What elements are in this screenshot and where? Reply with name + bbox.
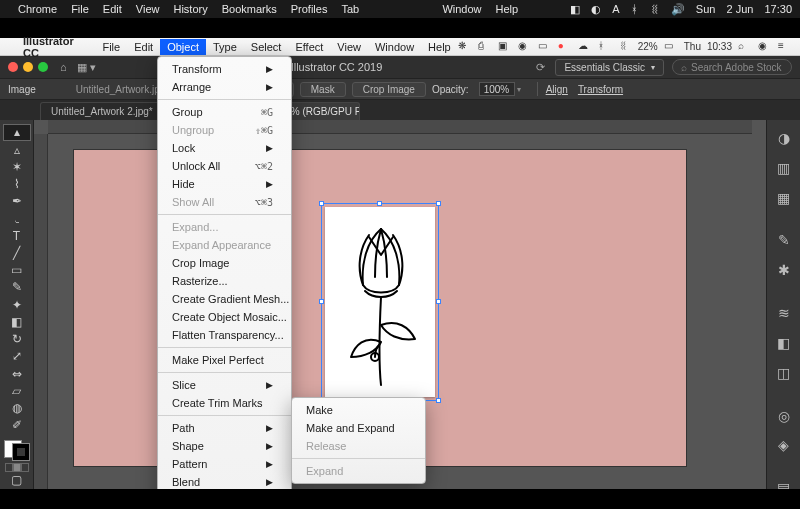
ruler-horizontal[interactable] (48, 120, 752, 134)
scale-tool[interactable]: ⤢ (3, 348, 31, 364)
mask-button[interactable]: Mask (300, 82, 346, 97)
transparency-panel-icon[interactable]: ◫ (771, 361, 797, 385)
align-panel-link[interactable]: Align (546, 84, 568, 95)
menubar-item[interactable]: Bookmarks (222, 3, 277, 15)
transform-panel-link[interactable]: Transform (578, 84, 623, 95)
menubar-item[interactable]: Edit (103, 3, 122, 15)
camera-icon[interactable]: ◉ (518, 40, 532, 54)
menubar-item[interactable]: File (71, 3, 89, 15)
menu-item[interactable]: Make and Expand (292, 419, 425, 437)
tv-icon[interactable]: ▭ (538, 40, 552, 54)
color-panel-icon[interactable]: ▥ (771, 156, 797, 180)
eraser-tool[interactable]: ◧ (3, 314, 31, 330)
menu-item[interactable]: Create Object Mosaic... (158, 308, 291, 326)
menu-file[interactable]: File (95, 39, 127, 55)
graphic-styles-panel-icon[interactable]: ◈ (771, 433, 797, 457)
home-icon[interactable]: ⌂ (60, 61, 67, 73)
menubar-item[interactable]: Chrome (18, 3, 57, 15)
pen-tool[interactable]: ✒ (3, 193, 31, 209)
menu-item[interactable]: Shape▶ (158, 437, 291, 455)
menu-select[interactable]: Select (244, 39, 289, 55)
menu-item[interactable]: Make (292, 401, 425, 419)
menubar-item[interactable]: Help (496, 3, 519, 15)
zoom-icon[interactable] (38, 62, 48, 72)
menu-window[interactable]: Window (368, 39, 421, 55)
chevron-down-icon[interactable]: ▾ (517, 85, 521, 94)
stroke-color[interactable] (12, 443, 30, 461)
menu-edit[interactable]: Edit (127, 39, 160, 55)
menu-illustrator[interactable]: Illustrator CC (16, 33, 95, 61)
swatches-panel-icon[interactable]: ▦ (771, 186, 797, 210)
cloud-icon[interactable]: ☁ (578, 40, 592, 54)
menubar-item[interactable]: History (173, 3, 207, 15)
menu-view[interactable]: View (330, 39, 368, 55)
gradient-panel-icon[interactable]: ◧ (771, 331, 797, 355)
workspace-switcher[interactable]: Essentials Classic▾ (555, 59, 664, 76)
selection-tool[interactable]: ▴ (3, 124, 31, 141)
menu-item[interactable]: Lock▶ (158, 139, 291, 157)
paintbrush-tool[interactable]: ✎ (3, 279, 31, 295)
line-tool[interactable]: ╱ (3, 245, 31, 261)
curvature-tool[interactable]: ⦦ (3, 210, 31, 226)
eyedropper-tool[interactable]: ✐ (3, 417, 31, 433)
menubar-item[interactable]: Window (442, 3, 481, 15)
menu-effect[interactable]: Effect (288, 39, 330, 55)
screen-mode[interactable]: ▢ (3, 472, 31, 488)
fill-stroke-swatch[interactable] (4, 440, 30, 461)
ruler-vertical[interactable] (34, 134, 48, 492)
opacity-input[interactable]: 100% (479, 82, 515, 96)
rec-icon[interactable]: ● (558, 40, 572, 54)
color-mode-mini[interactable] (5, 463, 29, 471)
search-input[interactable]: ⌕ Search Adobe Stock (672, 59, 792, 75)
menu-help[interactable]: Help (421, 39, 458, 55)
wifi-icon[interactable]: ⧛ (618, 40, 632, 54)
sync-icon[interactable]: ⟳ (536, 61, 545, 74)
rotate-tool[interactable]: ↻ (3, 331, 31, 347)
direct-selection-tool[interactable]: ▵ (3, 142, 31, 158)
menu-type[interactable]: Type (206, 39, 244, 55)
close-icon[interactable] (8, 62, 18, 72)
menu-item[interactable]: Slice▶ (158, 376, 291, 394)
menubar-item[interactable]: Profiles (291, 3, 328, 15)
crop-image-button[interactable]: Crop Image (352, 82, 426, 97)
menu-item[interactable]: Transform▶ (158, 60, 291, 78)
selection-bounding-box[interactable] (321, 203, 439, 401)
symbols-panel-icon[interactable]: ✱ (771, 258, 797, 282)
window-controls[interactable] (8, 62, 48, 72)
rectangle-tool[interactable]: ▭ (3, 262, 31, 278)
menu-item[interactable]: Create Trim Marks (158, 394, 291, 412)
bluetooth-icon[interactable]: ᚼ (598, 40, 612, 54)
linked-file-label[interactable]: Untitled_Artwork.jpg (76, 84, 165, 95)
display-icon[interactable]: ▣ (498, 40, 512, 54)
user-icon[interactable]: ◉ (758, 40, 772, 54)
menu-item[interactable]: Path▶ (158, 419, 291, 437)
menu-item[interactable]: Pattern▶ (158, 455, 291, 473)
printer-icon[interactable]: ⎙ (478, 40, 492, 54)
menu-item[interactable]: Flatten Transparency... (158, 326, 291, 344)
menu-item[interactable]: Make Pixel Perfect (158, 351, 291, 369)
shape-builder-tool[interactable]: ◍ (3, 400, 31, 416)
notification-icon[interactable]: ≡ (778, 40, 792, 54)
menu-item[interactable]: Unlock All⌥⌘2 (158, 157, 291, 175)
stroke-panel-icon[interactable]: ≋ (771, 301, 797, 325)
search-icon[interactable]: ⌕ (738, 40, 752, 54)
width-tool[interactable]: ⇔ (3, 365, 31, 381)
evernote-icon[interactable]: ❋ (458, 40, 472, 54)
magic-wand-tool[interactable]: ✶ (3, 159, 31, 175)
menu-item[interactable]: Group⌘G (158, 103, 291, 121)
menu-item[interactable]: Rasterize... (158, 272, 291, 290)
menu-item[interactable]: Hide▶ (158, 175, 291, 193)
menubar-item[interactable]: Tab (341, 3, 359, 15)
appearance-panel-icon[interactable]: ◎ (771, 404, 797, 428)
menu-item[interactable]: Crop Image (158, 254, 291, 272)
menu-object[interactable]: Object (160, 39, 206, 55)
brushes-panel-icon[interactable]: ✎ (771, 228, 797, 252)
shaper-tool[interactable]: ✦ (3, 297, 31, 313)
free-transform-tool[interactable]: ▱ (3, 383, 31, 399)
properties-panel-icon[interactable]: ◑ (771, 126, 797, 150)
menu-item[interactable]: Arrange▶ (158, 78, 291, 96)
lasso-tool[interactable]: ⌇ (3, 176, 31, 192)
menu-item[interactable]: Create Gradient Mesh... (158, 290, 291, 308)
menubar-item[interactable]: View (136, 3, 160, 15)
type-tool[interactable]: T (3, 228, 31, 244)
